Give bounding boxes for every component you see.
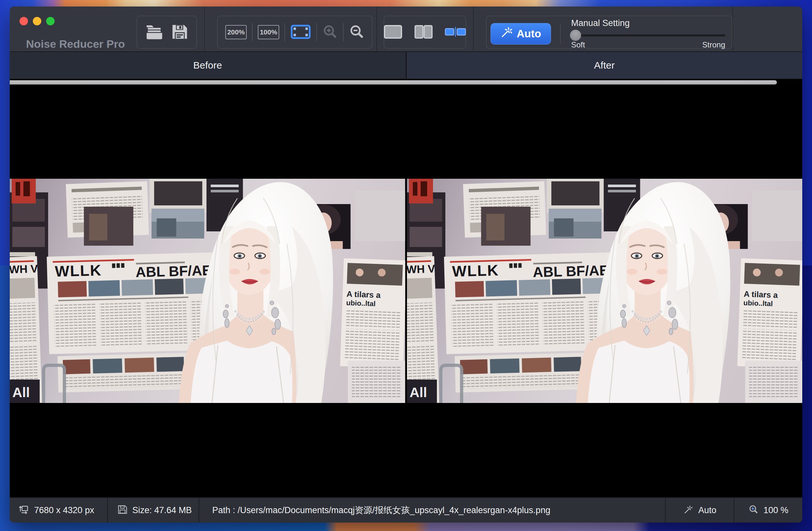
toolbar: Noise Reducer Pro — [10, 6, 802, 51]
maximize-button[interactable] — [46, 17, 55, 25]
file-path-label: Path : /Users/mac/Documents/macqj资源/报纸女孩… — [212, 504, 550, 516]
zoom-100-button[interactable]: 100% — [258, 25, 279, 39]
open-file-button[interactable] — [145, 24, 164, 41]
zoom-out-button[interactable] — [349, 24, 364, 41]
zoom-in-icon — [322, 24, 338, 41]
zoom-group: 200% 100% — [217, 16, 373, 49]
dimensions-label: 7680 x 4320 px — [34, 505, 94, 515]
separator — [343, 23, 344, 41]
folder-open-icon — [145, 24, 164, 41]
compare-panes — [10, 85, 802, 497]
before-image[interactable] — [10, 179, 405, 403]
traffic-lights — [19, 17, 55, 25]
before-pane-header: Before — [10, 52, 406, 79]
zoom-200-button[interactable]: 200% — [225, 25, 247, 39]
auto-button-label: Auto — [517, 28, 541, 40]
view-mode-group — [383, 16, 466, 49]
before-label: Before — [193, 60, 222, 71]
minimize-button[interactable] — [33, 17, 41, 25]
side-by-side-view-button[interactable] — [445, 26, 466, 38]
floppy-disk-icon — [171, 24, 189, 41]
strong-label: Strong — [702, 40, 725, 49]
side-by-side-view-icon — [445, 26, 466, 38]
status-bar: 7680 x 4320 px Size: 47.64 MB Path : /Us… — [10, 497, 802, 522]
toolbar-divider — [204, 6, 205, 51]
separator — [285, 23, 285, 41]
separator — [560, 24, 561, 44]
mode-section: Auto — [666, 498, 734, 522]
app-title: Noise Reducer Pro — [26, 38, 125, 50]
manual-setting-label: Manual Setting — [571, 18, 630, 28]
zoom-level-icon — [748, 504, 759, 516]
file-size-section: Size: 47.64 MB — [108, 498, 199, 522]
file-size-icon — [118, 505, 127, 516]
compare-header: Before After — [10, 51, 802, 79]
mode-label: Auto — [698, 505, 716, 515]
toolbar-divider — [376, 6, 377, 51]
toolbar-divider — [733, 6, 733, 51]
zoom-level-label: 100 % — [764, 505, 788, 515]
single-view-icon — [383, 25, 403, 40]
split-view-button[interactable] — [414, 25, 433, 40]
dimensions-icon — [18, 504, 29, 516]
zoom-out-icon — [349, 24, 364, 41]
split-view-icon — [414, 25, 433, 40]
horizontal-scrollbar[interactable] — [10, 80, 777, 85]
single-view-button[interactable] — [383, 25, 403, 40]
separator — [252, 23, 252, 41]
zoom-level-section: 100 % — [734, 498, 802, 522]
app-window: Noise Reducer Pro — [10, 6, 802, 522]
dimensions-section: 7680 x 4320 px — [10, 498, 108, 522]
close-button[interactable] — [19, 17, 28, 25]
file-path-section: Path : /Users/mac/Documents/macqj资源/报纸女孩… — [199, 498, 666, 522]
image-viewport — [10, 79, 802, 497]
auto-enhance-button[interactable]: Auto — [491, 23, 551, 45]
zoom-in-button[interactable] — [322, 24, 338, 41]
separator — [316, 23, 317, 41]
slider-range-labels: Soft Strong — [571, 40, 725, 49]
soft-label: Soft — [571, 40, 585, 49]
after-image[interactable] — [407, 179, 802, 403]
save-file-button[interactable] — [171, 24, 189, 41]
magic-wand-icon — [500, 26, 513, 41]
file-group — [136, 16, 197, 49]
toolbar-divider — [473, 6, 474, 51]
enhance-group: Auto Manual Setting Soft Strong — [486, 16, 733, 49]
file-size-label: Size: 47.64 MB — [132, 505, 192, 515]
slider-thumb[interactable] — [570, 30, 581, 41]
magic-wand-icon — [683, 504, 693, 516]
fit-to-screen-button[interactable] — [290, 24, 311, 41]
after-label: After — [594, 60, 615, 71]
strength-slider[interactable] — [571, 34, 725, 36]
after-pane-header: After — [407, 52, 802, 79]
fit-to-screen-icon — [290, 24, 311, 41]
